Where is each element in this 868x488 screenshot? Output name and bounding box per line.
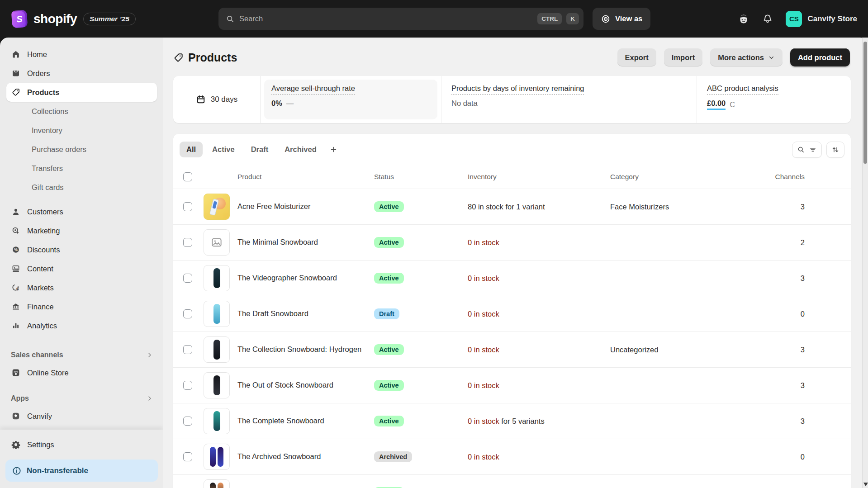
sidekick-icon[interactable] xyxy=(738,13,749,25)
sidebar-item-home[interactable]: Home xyxy=(6,45,157,64)
table-row: The Archived SnowboardArchived0 in stock… xyxy=(173,439,851,475)
import-button[interactable]: Import xyxy=(664,48,702,66)
sidebar-item-customers[interactable]: Customers xyxy=(6,202,157,221)
tab-all[interactable]: All xyxy=(180,142,203,157)
more-actions-button[interactable]: More actions xyxy=(710,48,783,66)
product-name[interactable]: Acne Free Moisturizer xyxy=(237,202,374,211)
tab-active[interactable]: Active xyxy=(205,142,242,157)
row-checkbox[interactable] xyxy=(183,202,192,211)
non-transferable-banner[interactable]: Non-transferable xyxy=(5,460,158,482)
status-badge: Active xyxy=(374,201,404,212)
inventory-cell: 0 in stock xyxy=(468,238,610,247)
column-header-product[interactable]: Product xyxy=(237,173,374,181)
date-range-selector[interactable]: 30 days xyxy=(173,76,260,123)
sidebar-label-online-store: Online Store xyxy=(27,369,69,377)
sidebar-item-purchase-orders[interactable]: Purchase orders xyxy=(6,140,157,159)
product-name[interactable]: The Draft Snowboard xyxy=(237,309,374,318)
tab-archived[interactable]: Archived xyxy=(278,142,323,157)
table-row: Acne Free MoisturizerActive80 in stock f… xyxy=(173,189,851,225)
table-row: The Out of Stock SnowboardActive0 in sto… xyxy=(173,368,851,403)
orders-icon xyxy=(11,69,21,78)
product-name[interactable]: The Videographer Snowboard xyxy=(237,273,374,283)
sidebar-item-content[interactable]: Content xyxy=(6,259,157,278)
channels-cell: 3 xyxy=(759,417,805,426)
sidebar-item-orders[interactable]: Orders xyxy=(6,64,157,83)
sidebar-item-finance[interactable]: Finance xyxy=(6,297,157,316)
column-header-inventory[interactable]: Inventory xyxy=(468,173,610,181)
product-thumbnail xyxy=(204,336,230,363)
product-name[interactable]: The Out of Stock Snowboard xyxy=(237,380,374,390)
select-all-checkbox[interactable] xyxy=(183,172,192,181)
inventory-cell: 80 in stock for 1 variant xyxy=(468,203,610,211)
view-as-button[interactable]: View as xyxy=(593,8,650,30)
page-title: Products xyxy=(173,51,237,64)
store-menu[interactable]: CS Canvify Store xyxy=(786,11,857,27)
scroll-down-arrow-icon[interactable] xyxy=(863,483,868,486)
status-badge: Active xyxy=(374,237,404,248)
stat-sell-through[interactable]: Average sell-through rate 0% — xyxy=(260,76,441,123)
sidebar-item-products[interactable]: Products xyxy=(6,83,157,102)
table-row: The Complete SnowboardActive0 in stock f… xyxy=(173,403,851,439)
row-checkbox[interactable] xyxy=(183,345,192,354)
filter-icon xyxy=(809,146,817,154)
sidebar-item-inventory[interactable]: Inventory xyxy=(6,121,157,140)
sidebar-item-analytics[interactable]: Analytics xyxy=(6,316,157,335)
sidebar-item-canvify-app[interactable]: Canvify xyxy=(6,407,157,426)
sidebar-item-transfers[interactable]: Transfers xyxy=(6,159,157,178)
row-checkbox[interactable] xyxy=(183,309,192,318)
search-filter-button[interactable] xyxy=(792,142,822,158)
product-name[interactable]: The Collection Snowboard: Hydrogen xyxy=(237,345,374,354)
sort-button[interactable] xyxy=(826,142,844,158)
canvify-app-icon xyxy=(11,412,21,421)
edition-badge[interactable]: Summer ’25 xyxy=(83,13,136,25)
global-search-input[interactable]: Search CTRL K xyxy=(218,8,583,30)
sidebar-item-settings[interactable]: Settings xyxy=(6,435,157,454)
sidebar-item-collections[interactable]: Collections xyxy=(6,102,157,121)
column-header-channels[interactable]: Channels xyxy=(759,173,805,181)
sidebar-item-online-store[interactable]: Online Store xyxy=(6,363,157,382)
table-tabs: All Active Draft Archived xyxy=(173,134,851,165)
product-name[interactable]: The Minimal Snowboard xyxy=(237,237,374,247)
row-checkbox[interactable] xyxy=(183,274,192,283)
export-button[interactable]: Export xyxy=(617,48,656,66)
channels-cell: 3 xyxy=(759,381,805,390)
info-icon xyxy=(12,466,22,476)
row-checkbox[interactable] xyxy=(183,417,192,426)
notifications-bell-icon[interactable] xyxy=(762,14,773,24)
sidebar-header-apps[interactable]: Apps xyxy=(0,390,163,407)
shopify-logo-icon[interactable]: S xyxy=(11,9,28,28)
inventory-cell: 0 in stock xyxy=(468,274,610,283)
stat-abc-analysis[interactable]: ABC product analysis £0.00 C xyxy=(697,76,851,123)
add-product-button[interactable]: Add product xyxy=(790,48,850,66)
sidebar-label-home: Home xyxy=(27,50,47,59)
row-checkbox[interactable] xyxy=(183,381,192,390)
row-checkbox[interactable] xyxy=(183,452,192,461)
tab-draft[interactable]: Draft xyxy=(244,142,275,157)
channels-cell: 3 xyxy=(759,346,805,354)
tag-icon xyxy=(11,88,21,97)
add-view-button[interactable] xyxy=(326,142,342,157)
stat-days-of-inventory[interactable]: Products by days of inventory remaining … xyxy=(441,76,697,123)
category-cell: Face Moisturizers xyxy=(610,203,759,211)
table-row: The Videographer SnowboardActive0 in sto… xyxy=(173,261,851,296)
sidebar-item-discounts[interactable]: % Discounts xyxy=(6,240,157,259)
sidebar-item-marketing[interactable]: Marketing xyxy=(6,221,157,240)
product-name[interactable]: The Complete Snowboard xyxy=(237,416,374,426)
shortcut-ctrl-key: CTRL xyxy=(537,13,562,24)
scrollbar-track[interactable] xyxy=(862,38,868,488)
column-header-status[interactable]: Status xyxy=(374,173,468,181)
main-content: Products Export Import More actions Add … xyxy=(163,38,868,488)
svg-text:%: % xyxy=(14,247,18,252)
stats-bar: 30 days Average sell-through rate 0% — P… xyxy=(173,76,851,123)
row-checkbox[interactable] xyxy=(183,238,192,247)
sidebar-item-gift-cards[interactable]: Gift cards xyxy=(6,178,157,197)
sidebar-header-sales-channels[interactable]: Sales channels xyxy=(0,347,163,363)
column-header-category[interactable]: Category xyxy=(610,173,759,181)
scrollbar-thumb[interactable] xyxy=(863,42,867,164)
sidebar: Home Orders Products Collections Invento… xyxy=(0,38,163,488)
search-icon xyxy=(797,146,805,154)
sidebar-item-markets[interactable]: $ Markets xyxy=(6,278,157,297)
product-name[interactable]: The Archived Snowboard xyxy=(237,452,374,461)
product-thumbnail xyxy=(204,408,230,434)
inventory-cell: 0 in stock xyxy=(468,310,610,318)
